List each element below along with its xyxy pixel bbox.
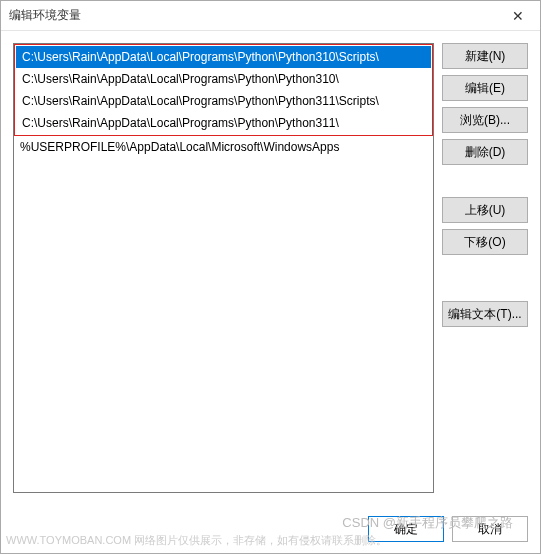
button-column: 新建(N) 编辑(E) 浏览(B)... 删除(D) 上移(U) 下移(O) 编… <box>442 43 528 493</box>
spacer <box>442 261 528 295</box>
env-var-dialog: 编辑环境变量 ✕ C:\Users\Rain\AppData\Local\Pro… <box>0 0 541 554</box>
dialog-footer: 确定 取消 <box>1 505 540 553</box>
cancel-button[interactable]: 取消 <box>452 516 528 542</box>
delete-button[interactable]: 删除(D) <box>442 139 528 165</box>
list-wrap: C:\Users\Rain\AppData\Local\Programs\Pyt… <box>13 43 434 493</box>
list-item[interactable]: C:\Users\Rain\AppData\Local\Programs\Pyt… <box>16 90 431 112</box>
browse-button[interactable]: 浏览(B)... <box>442 107 528 133</box>
dialog-content: C:\Users\Rain\AppData\Local\Programs\Pyt… <box>1 31 540 505</box>
ok-button[interactable]: 确定 <box>368 516 444 542</box>
list-item[interactable]: %USERPROFILE%\AppData\Local\Microsoft\Wi… <box>14 136 433 158</box>
move-down-button[interactable]: 下移(O) <box>442 229 528 255</box>
edit-text-button[interactable]: 编辑文本(T)... <box>442 301 528 327</box>
list-item[interactable]: C:\Users\Rain\AppData\Local\Programs\Pyt… <box>16 112 431 134</box>
dialog-title: 编辑环境变量 <box>9 7 504 24</box>
list-item[interactable]: C:\Users\Rain\AppData\Local\Programs\Pyt… <box>16 46 431 68</box>
list-item[interactable]: C:\Users\Rain\AppData\Local\Programs\Pyt… <box>16 68 431 90</box>
spacer <box>442 171 528 191</box>
edit-button[interactable]: 编辑(E) <box>442 75 528 101</box>
close-icon[interactable]: ✕ <box>504 5 532 27</box>
titlebar: 编辑环境变量 ✕ <box>1 1 540 31</box>
new-button[interactable]: 新建(N) <box>442 43 528 69</box>
path-listbox[interactable]: C:\Users\Rain\AppData\Local\Programs\Pyt… <box>13 43 434 493</box>
annotation-box: C:\Users\Rain\AppData\Local\Programs\Pyt… <box>14 44 433 136</box>
move-up-button[interactable]: 上移(U) <box>442 197 528 223</box>
